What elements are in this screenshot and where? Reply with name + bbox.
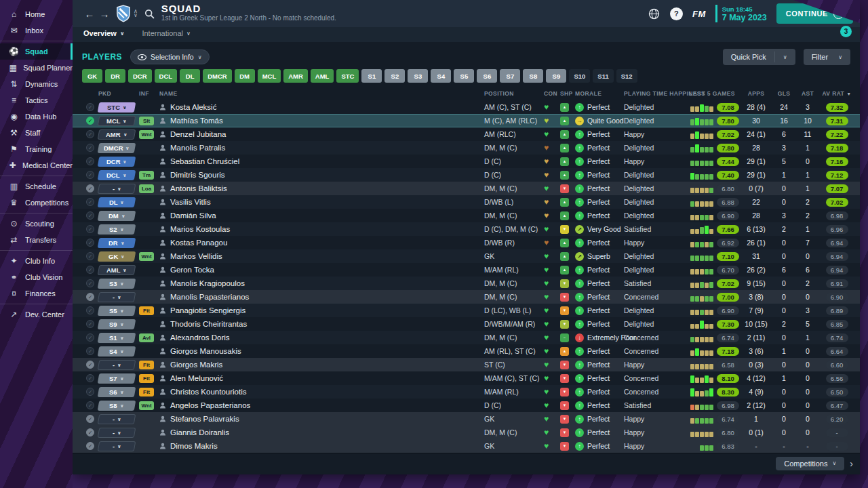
player-row[interactable]: ✓S3∨Manolis KragiopoulosDM, M (C)♥▼↑Perf… bbox=[73, 277, 860, 290]
player-row[interactable]: ✓S6∨FitChristos KountouriotisM/AM (RL)♥▼… bbox=[73, 385, 860, 399]
player-row[interactable]: ✓S1∨AvlAlexandros DorisDM, M (C)♥−↓Extre… bbox=[73, 331, 860, 344]
player-row[interactable]: ✓DR∨Kostas PanagouD/WB (R)♥▲↑PerfectHapp… bbox=[73, 236, 860, 249]
position-badge[interactable]: -∨ bbox=[98, 292, 136, 302]
select-checkbox[interactable]: ✓ bbox=[86, 428, 94, 436]
player-row[interactable]: ✓S9∨Thodoris CheiritrantasD/WB/M/AM (R)♥… bbox=[73, 317, 860, 331]
player-row[interactable]: ✓MCL∨SltMathías TomásM (C), AM (RLC)♥▲→Q… bbox=[73, 114, 860, 127]
select-checkbox[interactable]: ✓ bbox=[86, 320, 94, 328]
column-header-playing-time-happiness[interactable]: PLAYING TIME HAPPINESS bbox=[624, 90, 684, 97]
filter-s3[interactable]: S3 bbox=[408, 69, 428, 83]
filter-s8[interactable]: S8 bbox=[523, 69, 543, 83]
player-row[interactable]: ✓S4∨Giorgos ManousakisAM (RL), ST (C)♥▲↑… bbox=[73, 344, 860, 358]
position-badge[interactable]: -∨ bbox=[98, 414, 136, 424]
competitions-button[interactable]: Competitions ∨ bbox=[776, 457, 844, 470]
filter-s1[interactable]: S1 bbox=[361, 69, 382, 83]
position-badge[interactable]: -∨ bbox=[98, 441, 136, 451]
position-badge[interactable]: -∨ bbox=[98, 360, 136, 370]
search-icon[interactable] bbox=[144, 9, 155, 19]
filter-gk[interactable]: GK bbox=[82, 69, 102, 83]
filter-dm[interactable]: DM bbox=[235, 69, 255, 83]
position-badge[interactable]: DMCR∨ bbox=[98, 143, 136, 153]
player-row[interactable]: ✓DCL∨TmDimitris SgourisD (C)♥▲↑PerfectDe… bbox=[73, 168, 860, 182]
column-header-position[interactable]: POSITION bbox=[484, 90, 544, 97]
club-switcher-icon[interactable]: ∧∨ bbox=[134, 9, 138, 18]
position-badge[interactable]: S1∨ bbox=[98, 333, 136, 343]
column-header-morale[interactable]: MORALE bbox=[575, 90, 624, 97]
select-checkbox[interactable]: ✓ bbox=[86, 252, 94, 260]
filter-dmcr[interactable]: DMCR bbox=[203, 69, 232, 83]
player-row[interactable]: ✓GK∨WntMarkos VellidisGK♥▲↗SuperbDelight… bbox=[73, 249, 860, 263]
player-row[interactable]: ✓S5∨FitPanagiotis SengiergisD (LC), WB (… bbox=[73, 304, 860, 317]
club-badge-icon[interactable] bbox=[116, 5, 131, 22]
filter-dr[interactable]: DR bbox=[105, 69, 125, 83]
player-row[interactable]: ✓-∨Giannis DoiranlisDM, M (C)♥▼↑PerfectH… bbox=[73, 426, 860, 439]
player-row[interactable]: ✓-∨FitGiorgos MakrisST (C)♥▼↑PerfectHapp… bbox=[73, 358, 860, 371]
select-checkbox[interactable]: ✓ bbox=[86, 184, 94, 192]
player-row[interactable]: ✓S7∨FitAlen MelunovićM/AM (C), ST (C)♥▼↑… bbox=[73, 371, 860, 385]
player-row[interactable]: ✓-∨Stefanos PalavrakisGK♥▼↑PerfectHappy6… bbox=[73, 412, 860, 426]
select-checkbox[interactable]: ✓ bbox=[86, 401, 94, 409]
sidebar-item-finances[interactable]: ¤Finances bbox=[0, 285, 73, 302]
sidebar-item-inbox[interactable]: ✉Inbox bbox=[0, 22, 73, 39]
filter-stc[interactable]: STC bbox=[336, 69, 359, 83]
filter-mcl[interactable]: MCL bbox=[258, 69, 281, 83]
position-badge[interactable]: AML∨ bbox=[98, 265, 136, 275]
sidebar-item-club-info[interactable]: ✦Club Info bbox=[0, 253, 73, 269]
column-header-gls[interactable]: GLS bbox=[772, 90, 796, 97]
sidebar-item-dev-center[interactable]: ↗Dev. Center bbox=[0, 306, 73, 323]
select-checkbox[interactable]: ✓ bbox=[86, 117, 94, 125]
filter-s2[interactable]: S2 bbox=[384, 69, 405, 83]
position-badge[interactable]: -∨ bbox=[98, 184, 136, 194]
sidebar-item-training[interactable]: ⚑Training bbox=[0, 141, 73, 157]
player-row[interactable]: ✓S8∨WntAngelos PapasterianosD (C)♥▼↑Perf… bbox=[73, 399, 860, 412]
column-header-con[interactable]: CON bbox=[544, 90, 560, 97]
select-checkbox[interactable]: ✓ bbox=[86, 157, 94, 165]
position-badge[interactable]: S8∨ bbox=[98, 401, 136, 411]
filter-s12[interactable]: S12 bbox=[616, 69, 637, 83]
selection-info-button[interactable]: Selection Info ∨ bbox=[130, 49, 210, 64]
column-header-shp[interactable]: SHP bbox=[560, 90, 575, 97]
sidebar-item-transfers[interactable]: ⇄Transfers bbox=[0, 232, 73, 248]
column-header-pkd[interactable]: PKD bbox=[98, 90, 139, 97]
select-checkbox[interactable]: ✓ bbox=[86, 130, 94, 138]
filter-dcr[interactable]: DCR bbox=[128, 69, 152, 83]
position-badge[interactable]: -∨ bbox=[98, 428, 136, 438]
position-badge[interactable]: S6∨ bbox=[98, 387, 136, 397]
back-button[interactable]: ← bbox=[82, 8, 97, 20]
position-badge[interactable]: DL∨ bbox=[98, 197, 136, 207]
player-row[interactable]: ✓AMR∨WntDenzel JubitanaAM (RLC)♥▲↑Perfec… bbox=[73, 127, 860, 141]
position-badge[interactable]: DCL∨ bbox=[98, 170, 136, 180]
position-badge[interactable]: DM∨ bbox=[98, 211, 136, 221]
select-checkbox[interactable]: ✓ bbox=[86, 198, 94, 206]
select-checkbox[interactable]: ✓ bbox=[86, 239, 94, 247]
notification-badge[interactable]: 3 bbox=[840, 26, 852, 37]
select-checkbox[interactable]: ✓ bbox=[86, 171, 94, 179]
filter-dcl[interactable]: DCL bbox=[155, 69, 178, 83]
world-icon[interactable] bbox=[648, 7, 660, 20]
sidebar-item-club-vision[interactable]: ⚭Club Vision bbox=[0, 269, 73, 285]
sidebar-item-medical-center[interactable]: ✚Medical Center bbox=[0, 157, 73, 174]
position-badge[interactable]: STC∨ bbox=[98, 102, 136, 113]
filter-aml[interactable]: AML bbox=[311, 69, 334, 83]
filter-s9[interactable]: S9 bbox=[546, 69, 566, 83]
player-row[interactable]: ✓DL∨Vasilis VitlisD/WB (L)♥▲↑PerfectDeli… bbox=[73, 195, 860, 209]
select-checkbox[interactable]: ✓ bbox=[86, 144, 94, 152]
select-checkbox[interactable]: ✓ bbox=[86, 361, 94, 369]
position-badge[interactable]: S4∨ bbox=[98, 346, 136, 357]
quick-pick-button[interactable]: Quick Pick ∨ bbox=[723, 49, 795, 65]
continue-button[interactable]: CONTINUE › bbox=[776, 3, 853, 24]
player-row[interactable]: ✓AML∨Geron TockaM/AM (RL)♥▲↑PerfectDelig… bbox=[73, 263, 860, 277]
quick-pick-dropdown-icon[interactable]: ∨ bbox=[775, 54, 795, 60]
select-checkbox[interactable]: ✓ bbox=[86, 293, 94, 301]
select-checkbox[interactable]: ✓ bbox=[86, 388, 94, 396]
column-header-av-rat[interactable]: AV RAT▼ bbox=[819, 90, 854, 97]
position-badge[interactable]: DR∨ bbox=[98, 238, 136, 248]
player-row[interactable]: ✓DMCR∨Manolis PatralisDM, M (C)♥▲↑Perfec… bbox=[73, 141, 860, 155]
position-badge[interactable]: S2∨ bbox=[98, 224, 136, 235]
select-checkbox[interactable]: ✓ bbox=[86, 415, 94, 423]
column-header-name[interactable]: NAME bbox=[159, 90, 484, 97]
player-row[interactable]: ✓STC∨Kosta AleksićAM (C), ST (C)♥▲↑Perfe… bbox=[73, 100, 860, 114]
filter-s6[interactable]: S6 bbox=[477, 69, 497, 83]
position-badge[interactable]: S7∨ bbox=[98, 373, 136, 384]
sidebar-item-tactics[interactable]: ≡Tactics bbox=[0, 92, 73, 108]
